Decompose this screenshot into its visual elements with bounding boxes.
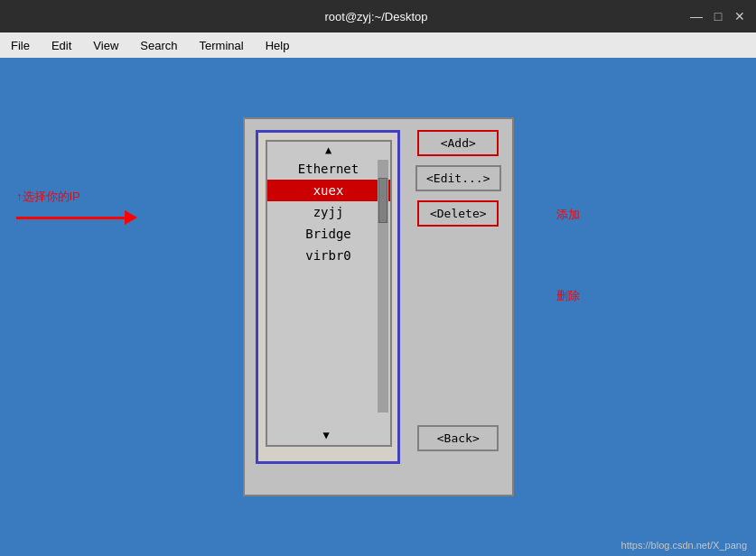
window-title: root@zyj:~/Desktop (63, 10, 689, 23)
edit-button[interactable]: <Edit...> (415, 165, 500, 191)
minimize-button[interactable]: — (689, 9, 704, 23)
arrow-head (125, 210, 137, 225)
left-annotation: ↑选择你的IP (16, 189, 137, 225)
list-item-virbr0[interactable]: virbr0 (267, 245, 390, 266)
left-arrow (16, 210, 137, 225)
buttons-panel: <Add> <Edit...> <Delete> <Back> (415, 130, 500, 451)
menu-file[interactable]: File (7, 37, 33, 54)
scroll-thumb[interactable] (378, 178, 387, 223)
delete-button[interactable]: <Delete> (417, 200, 499, 227)
menu-view[interactable]: View (89, 37, 122, 54)
scroll-down-arrow[interactable]: ▼ (322, 427, 331, 443)
network-dialog: ▲ Ethernet xuex zyjj Bridge virbr0 ▼ <Ad… (243, 117, 514, 496)
menu-terminal[interactable]: Terminal (196, 37, 247, 54)
annotation-delete: 删除 (556, 288, 580, 304)
menu-help[interactable]: Help (262, 37, 294, 54)
list-item-zyjj[interactable]: zyjj (267, 201, 390, 223)
maximize-button[interactable]: □ (711, 9, 725, 23)
list-item-ethernet[interactable]: Ethernet (267, 158, 390, 180)
menu-bar: File Edit View Search Terminal Help (0, 32, 756, 58)
close-button[interactable]: ✕ (733, 9, 747, 23)
list-inner: ▲ Ethernet xuex zyjj Bridge virbr0 ▼ (266, 140, 392, 447)
main-area: ↑选择你的IP 添加 删除 ▲ Ethernet xuex zyjj Bridg… (0, 58, 756, 556)
footer-url: https://blog.csdn.net/X_pang (621, 540, 747, 551)
list-panel: ▲ Ethernet xuex zyjj Bridge virbr0 ▼ (256, 130, 400, 464)
menu-edit[interactable]: Edit (48, 37, 75, 54)
back-button[interactable]: <Back> (417, 425, 499, 451)
scroll-up-arrow[interactable]: ▲ (267, 142, 390, 158)
list-item-xuex[interactable]: xuex (267, 180, 390, 201)
annotation-left-text: ↑选择你的IP (16, 189, 80, 205)
menu-search[interactable]: Search (136, 37, 181, 54)
list-scrollbar[interactable] (378, 160, 388, 412)
add-button[interactable]: <Add> (417, 130, 499, 156)
title-bar: root@zyj:~/Desktop — □ ✕ (0, 0, 756, 32)
annotation-add: 添加 (556, 207, 580, 223)
arrow-line (16, 217, 125, 219)
window-controls: — □ ✕ (689, 9, 747, 23)
list-item-bridge[interactable]: Bridge (267, 223, 390, 245)
